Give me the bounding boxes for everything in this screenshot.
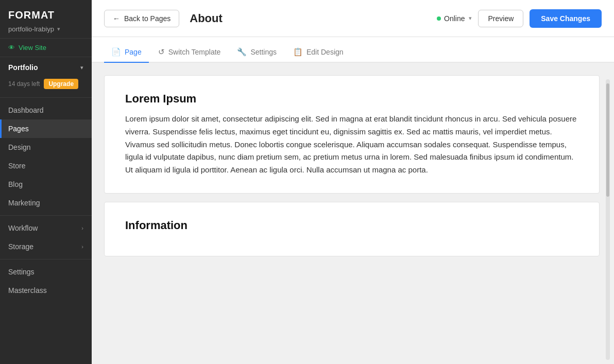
- tab-settings-label: Settings: [250, 48, 277, 56]
- tab-edit-design[interactable]: 📋 Edit Design: [286, 42, 351, 63]
- storage-chevron-icon: ›: [81, 244, 83, 250]
- tab-switch-template-label: Switch Template: [168, 48, 221, 56]
- tab-page[interactable]: 📄 Page: [104, 42, 149, 63]
- online-status[interactable]: Online ▾: [437, 14, 472, 23]
- portfolio-section-label: Portfolio: [8, 63, 38, 72]
- tab-edit-design-label: Edit Design: [306, 48, 344, 56]
- workflow-chevron-icon: ›: [81, 225, 83, 231]
- nav-blog[interactable]: Blog: [0, 175, 92, 194]
- nav-workflow[interactable]: Workflow ›: [0, 219, 92, 237]
- nav-marketing[interactable]: Marketing: [0, 194, 92, 212]
- online-chevron-icon: ▾: [469, 15, 472, 22]
- tab-page-label: Page: [125, 48, 142, 56]
- portfolio-name: portfolio-lrabiyp: [8, 25, 54, 33]
- settings-tab-icon: 🔧: [237, 47, 247, 57]
- back-arrow-icon: ←: [113, 14, 120, 23]
- app-logo: FORMAT: [8, 9, 83, 21]
- nav-divider-mid: [0, 215, 92, 216]
- preview-button[interactable]: Preview: [478, 10, 523, 27]
- main-content: ← Back to Pages About Online ▾ Preview S…: [92, 0, 614, 364]
- upgrade-button[interactable]: Upgrade: [44, 79, 78, 89]
- tabbar: 📄 Page ↺ Switch Template 🔧 Settings 📋 Ed…: [92, 37, 614, 63]
- edit-design-tab-icon: 📋: [293, 47, 303, 57]
- online-label: Online: [444, 14, 465, 23]
- nav-dashboard[interactable]: Dashboard: [0, 101, 92, 119]
- trial-days-label: 14 days left: [8, 80, 40, 88]
- nav-store[interactable]: Store: [0, 157, 92, 175]
- portfolio-section-chevron-icon: ▾: [80, 64, 83, 71]
- nav-storage[interactable]: Storage ›: [0, 237, 92, 256]
- nav-design[interactable]: Design: [0, 138, 92, 157]
- view-site-button[interactable]: 👁 View Site: [0, 39, 92, 57]
- page-content: Lorem Ipsum Lorem ipsum dolor sit amet, …: [104, 75, 606, 364]
- scrollbar[interactable]: [606, 79, 610, 360]
- lorem-ipsum-body: Lorem ipsum dolor sit amet, consectetur …: [125, 113, 578, 177]
- portfolio-selector[interactable]: portfolio-lrabiyp ▾: [8, 25, 83, 33]
- topbar: ← Back to Pages About Online ▾ Preview S…: [92, 0, 614, 37]
- online-dot-icon: [437, 16, 441, 21]
- nav-divider-bottom: [0, 259, 92, 259]
- nav-settings[interactable]: Settings: [0, 263, 92, 281]
- portfolio-section[interactable]: Portfolio ▾: [0, 57, 92, 76]
- back-label: Back to Pages: [124, 14, 170, 23]
- sidebar-header: FORMAT portfolio-lrabiyp ▾: [0, 0, 92, 39]
- information-heading: Information: [125, 219, 578, 232]
- tab-switch-template[interactable]: ↺ Switch Template: [151, 42, 228, 63]
- lorem-ipsum-heading: Lorem Ipsum: [125, 92, 578, 106]
- page-tab-icon: 📄: [111, 47, 121, 57]
- portfolio-chevron-icon: ▾: [57, 26, 60, 32]
- tab-settings[interactable]: 🔧 Settings: [230, 42, 284, 63]
- lorem-ipsum-block: Lorem Ipsum Lorem ipsum dolor sit amet, …: [104, 75, 600, 194]
- nav-divider-top: [0, 97, 92, 98]
- content-area: Lorem Ipsum Lorem ipsum dolor sit amet, …: [92, 63, 614, 364]
- view-site-label: View Site: [19, 44, 46, 51]
- scrollbar-thumb: [606, 83, 609, 197]
- back-to-pages-button[interactable]: ← Back to Pages: [104, 10, 179, 27]
- topbar-right: Online ▾ Preview Save Changes: [437, 9, 602, 28]
- trial-row: 14 days left Upgrade: [0, 76, 92, 94]
- information-block: Information: [104, 202, 600, 256]
- sidebar: FORMAT portfolio-lrabiyp ▾ 👁 View Site P…: [0, 0, 92, 364]
- topbar-left: ← Back to Pages About: [104, 10, 223, 27]
- nav-pages[interactable]: Pages: [0, 119, 92, 138]
- eye-icon: 👁: [8, 44, 15, 51]
- switch-template-tab-icon: ↺: [158, 47, 165, 57]
- page-title: About: [190, 12, 223, 25]
- nav-masterclass[interactable]: Masterclass: [0, 281, 92, 300]
- save-changes-button[interactable]: Save Changes: [530, 9, 602, 28]
